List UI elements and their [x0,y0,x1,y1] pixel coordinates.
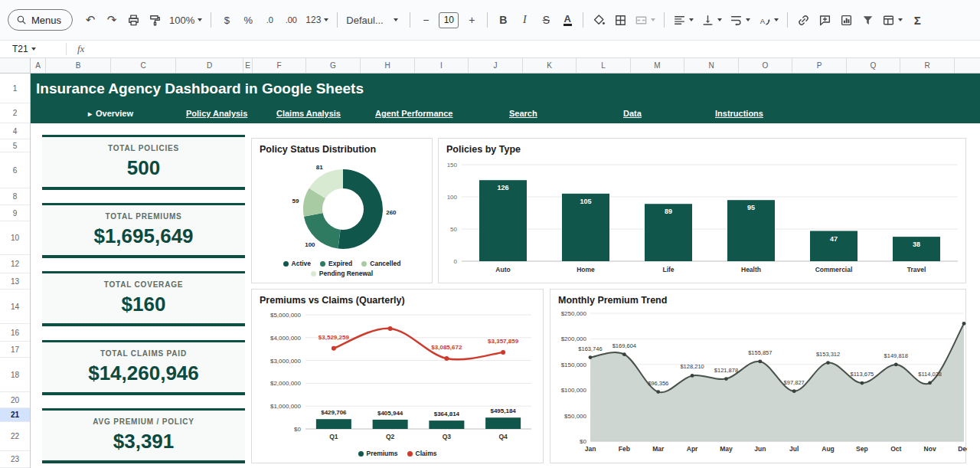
nav-tab-policy-analysis[interactable]: Policy Analysis [186,103,247,123]
strikethrough-button[interactable]: S [536,9,556,31]
chart-shape: Home [577,266,595,273]
chart-shape [444,356,449,361]
insert-chart-button[interactable] [836,9,856,31]
column-header-C[interactable]: C [111,58,176,73]
font-family-select[interactable]: Defaul... [343,9,404,31]
merge-cells-button[interactable] [632,9,658,31]
text-color-icon: A [564,14,572,27]
row-header-14[interactable]: 14 [0,290,30,324]
decrease-decimal-button[interactable]: .0 [260,9,279,31]
nav-tab-agent-performance[interactable]: Agent Performance [375,103,452,123]
font-name-value: Defaul... [346,15,390,26]
nav-tab-instructions[interactable]: Instructions [715,103,763,123]
text-color-button[interactable]: A [557,9,577,31]
zoom-select[interactable]: 100% [166,9,205,31]
paint-format-button[interactable] [145,9,165,31]
increase-decimal-button[interactable]: .00 [281,9,301,31]
column-header-J[interactable]: J [469,58,523,73]
kpi-value: $3,391 [42,430,245,453]
row-header-10[interactable]: 10 [0,221,30,255]
column-header-N[interactable]: N [684,58,739,73]
column-header-A[interactable]: A [31,58,46,73]
column-header-I[interactable]: I [415,58,469,73]
fill-color-button[interactable] [589,9,609,31]
column-header-R[interactable]: R [900,58,955,73]
table-views-button[interactable] [879,9,906,31]
text-rotation-button[interactable]: A [755,9,782,31]
nav-tab-data[interactable]: Data [623,103,642,123]
chart-monthly-premium-trend[interactable]: Monthly Premium Trend $0$50,000$100,000$… [550,289,966,463]
chart-shape: Q3 [443,433,452,440]
print-button[interactable] [123,9,143,31]
row-header-16[interactable]: 16 [0,324,30,342]
column-header-D[interactable]: D [176,58,243,73]
create-filter-button[interactable] [858,9,877,31]
column-header-E[interactable]: E [243,58,253,73]
column-header-F[interactable]: F [253,58,306,73]
increase-font-size-button[interactable]: + [462,9,482,31]
row-header-1[interactable]: 1 [0,74,30,103]
formula-input[interactable] [84,41,980,57]
kpi-card-total-premiums: TOTAL PREMIUMS $1,695,649 [42,203,245,258]
column-header-B[interactable]: B [46,58,111,73]
nav-tab-search[interactable]: Search [509,103,537,123]
insert-comment-button[interactable] [815,9,835,31]
row-header-9[interactable]: 9 [0,205,30,221]
row-header-21[interactable]: 21 [0,408,30,422]
column-header-O[interactable]: O [739,58,792,73]
row-header-4[interactable]: 4 [0,123,30,139]
chart-shape: $0 [294,426,301,433]
undo-button[interactable]: ↶ [80,9,100,31]
format-percent-button[interactable]: % [238,9,258,31]
decrease-font-size-button[interactable]: − [416,9,436,31]
print-icon [127,14,140,27]
row-header-12[interactable]: 12 [0,255,30,273]
text-wrap-button[interactable] [727,9,753,31]
nav-tab-claims-analysis[interactable]: Claims Analysis [276,103,341,123]
column-header-Q[interactable]: Q [847,58,900,73]
row-header-5[interactable]: 5 [0,139,30,152]
italic-button[interactable]: I [514,9,534,31]
column-header-G[interactable]: G [306,58,361,73]
redo-button[interactable]: ↷ [102,9,122,31]
format-currency-button[interactable]: $ [217,9,237,31]
chart-premiums-vs-claims[interactable]: Premiums vs Claims (Quarterly) $0$1,000,… [251,289,544,463]
row-header-20[interactable]: 20 [0,392,30,408]
row-header-13[interactable]: 13 [0,273,30,290]
chart-policy-status-distribution[interactable]: Policy Status Distribution 2601005981 Ac… [251,138,433,283]
row-header-8[interactable]: 8 [0,188,30,205]
font-size-input[interactable]: 10 [439,12,459,28]
cell-reference-box[interactable]: T21 [0,41,66,57]
functions-button[interactable]: Σ [907,9,927,31]
chart-shape: 47 [830,235,838,243]
vertical-align-button[interactable] [698,9,725,31]
column-header-P[interactable]: P [792,58,847,73]
row-header-6[interactable]: 6 [0,152,30,188]
chart-shape [479,180,527,261]
chart-shape: Commercial [815,266,853,273]
chart-shape [322,188,364,230]
bold-button[interactable]: B [493,9,513,31]
column-header-H[interactable]: H [361,58,415,73]
column-header-L[interactable]: L [577,58,631,73]
chart-policies-by-type[interactable]: Policies by Type 050100150126Auto105Home… [438,138,966,283]
insert-link-button[interactable] [793,9,813,31]
column-header-M[interactable]: M [631,58,684,73]
caret-down-icon [394,18,398,21]
nav-tab-overview[interactable]: ▸Overview [88,103,133,123]
chart-shape [501,350,505,355]
row-header-18[interactable]: 18 [0,358,30,392]
select-all-corner[interactable] [0,58,31,73]
redo-icon: ↷ [107,13,117,27]
row-header-23[interactable]: 23 [0,451,30,468]
row-header-17[interactable]: 17 [0,342,30,358]
kpi-label: TOTAL POLICIES [42,144,245,152]
chart-shape: 126 [497,184,508,191]
number-format-select[interactable]: 123 [302,9,332,31]
menus-button[interactable]: Menus [8,9,73,31]
horizontal-align-button[interactable] [670,9,697,31]
column-header-K[interactable]: K [523,58,577,73]
row-header-2[interactable]: 2 [0,103,30,123]
borders-button[interactable] [610,9,630,31]
row-header-22[interactable]: 22 [0,422,30,451]
